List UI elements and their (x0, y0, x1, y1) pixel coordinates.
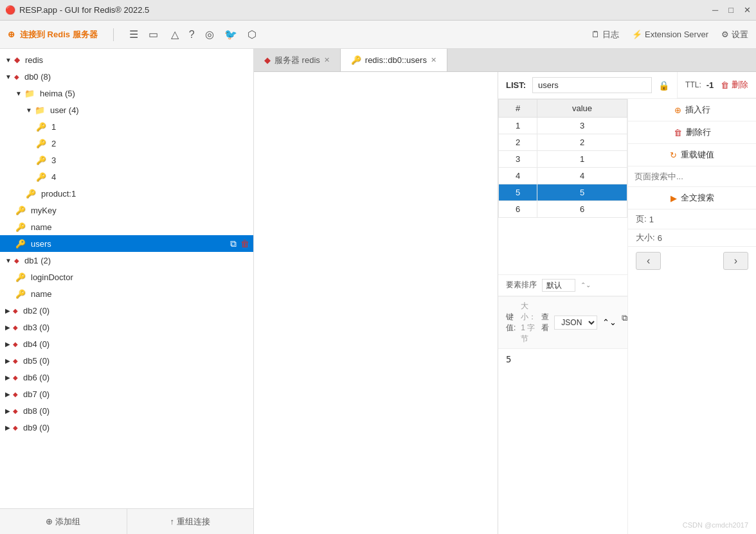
sidebar-item-key4[interactable]: 🔑4 (0, 168, 253, 185)
sidebar-item-db4[interactable]: ▶◆db4 (0) (0, 335, 253, 352)
watermark: CSDN @cmdch2017 (683, 521, 748, 529)
table-row[interactable]: 66 (499, 201, 627, 218)
help-icon[interactable]: ? (189, 29, 195, 40)
reload-icon: ↻ (670, 150, 677, 160)
insert-row-button[interactable]: ⊕ 插入行 (628, 99, 756, 121)
sidebar-item-loginDoctor[interactable]: 🔑loginDoctor (0, 269, 253, 285)
table-row[interactable]: 31 (499, 151, 627, 168)
extension-icon: ⚡ (632, 30, 642, 39)
sidebar-item-heima[interactable]: ▼📁heima (5) (0, 85, 253, 102)
app-icon: 🔴 (5, 5, 15, 15)
sidebar-item-name2[interactable]: 🔑name (0, 285, 253, 302)
sort-select[interactable]: 默认 (542, 279, 575, 292)
table-row[interactable]: 13 (499, 118, 627, 134)
insert-icon: ⊕ (674, 105, 681, 115)
log-button[interactable]: 🗒 日志 (591, 29, 619, 40)
layout-icon[interactable]: ▭ (148, 28, 158, 40)
sidebar-item-db2[interactable]: ▶◆db2 (0) (0, 302, 253, 319)
prev-page-button[interactable]: ‹ (636, 252, 661, 270)
key-name-input[interactable] (532, 77, 652, 93)
table-row[interactable]: 55 (499, 184, 627, 201)
tree-item-label: 1 (51, 122, 56, 132)
col-index-header: # (499, 100, 537, 118)
key-header-row: LIST: 🔒 TTL: -1 🗑 删除 (498, 72, 756, 99)
value-textarea[interactable]: 5 (498, 349, 627, 535)
key-header-left: LIST: 🔒 (498, 72, 677, 98)
menu-icon[interactable]: ☰ (129, 28, 138, 40)
close-button[interactable]: ✕ (744, 5, 751, 15)
tab-server[interactable]: ◆ 服务器 redis ✕ (254, 49, 341, 71)
github-icon[interactable]: ⬡ (248, 28, 256, 40)
tab-key-users[interactable]: 🔑 redis::db0::users ✕ (341, 49, 447, 71)
table-row[interactable]: 44 (499, 168, 627, 184)
page-label: 页: (636, 213, 647, 225)
chevron-icon: ▶ (5, 424, 10, 431)
key-type-badge: LIST: (506, 80, 526, 90)
key-icon: 🔑 (351, 55, 361, 65)
tree-item-label: user (4) (50, 105, 79, 115)
alert-icon[interactable]: △ (171, 28, 179, 40)
sidebar-item-db9[interactable]: ▶◆db9 (0) (0, 419, 253, 436)
sidebar-item-db6[interactable]: ▶◆db6 (0) (0, 369, 253, 386)
connect-button[interactable]: ⊕ 连接到 Redis 服务器 (8, 29, 98, 40)
next-page-button[interactable]: › (723, 252, 748, 270)
sidebar-item-db7[interactable]: ▶◆db7 (0) (0, 386, 253, 402)
tab-server-close[interactable]: ✕ (324, 56, 330, 64)
key-body: # value 132231445566 要素排序 (498, 99, 756, 534)
extension-server-button[interactable]: ⚡ Extension Server (632, 30, 708, 39)
chevron-icon: ▶ (5, 307, 10, 314)
sidebar-item-key2[interactable]: 🔑2 (0, 135, 253, 152)
tab-key-close[interactable]: ✕ (431, 56, 437, 64)
full-search-button[interactable]: ▶ 全文搜索 (628, 187, 756, 209)
reconnect-button[interactable]: ↑ 重组连接 (127, 509, 254, 534)
sidebar-item-key3[interactable]: 🔑3 (0, 152, 253, 168)
sidebar-item-db0[interactable]: ▼◆db0 (8) (0, 68, 253, 85)
tree-item-label: db9 (0) (23, 423, 50, 432)
delete-row-button[interactable]: 🗑 删除行 (628, 121, 756, 144)
twitter-icon[interactable]: 🐦 (224, 28, 237, 40)
titlebar-controls[interactable]: ─ □ ✕ (712, 5, 751, 15)
key-icon: 🔑 (26, 189, 36, 199)
sidebar-item-db5[interactable]: ▶◆db5 (0) (0, 352, 253, 369)
key-icon: 🔑 (36, 156, 46, 165)
sidebar-item-redis[interactable]: ▼◆redis (0, 51, 253, 68)
row-index: 3 (499, 151, 537, 168)
settings-button[interactable]: ⚙ 设置 (721, 29, 748, 40)
row-value: 3 (537, 118, 627, 134)
delete-key-icon[interactable]: 🗑 (240, 238, 249, 249)
view-select[interactable]: JSON Text (554, 316, 597, 330)
maximize-button[interactable]: □ (728, 5, 734, 15)
add-group-button[interactable]: ⊕ 添加组 (0, 509, 127, 534)
sidebar-item-db8[interactable]: ▶◆db8 (0) (0, 402, 253, 419)
minimize-button[interactable]: ─ (712, 5, 718, 15)
table-row[interactable]: 22 (499, 134, 627, 151)
chevron-icon: ▼ (26, 107, 32, 114)
chevron-icon: ▶ (5, 391, 10, 398)
sidebar-item-user[interactable]: ▼📁user (4) (0, 102, 253, 118)
toolbar-separator (113, 28, 114, 41)
delete-button[interactable]: 🗑 删除 (721, 79, 748, 91)
page-search-input[interactable] (628, 166, 756, 187)
page-info: 页: 1 (628, 209, 756, 229)
reload-label: 重载键值 (681, 149, 714, 161)
chevron-icon: ▶ (5, 341, 10, 348)
sidebar-item-product1[interactable]: 🔑product:1 (0, 185, 253, 202)
sidebar-item-db1[interactable]: ▼◆db1 (2) (0, 252, 253, 269)
sort-label: 要素排序 (506, 280, 537, 290)
sidebar-item-name[interactable]: 🔑name (0, 218, 253, 235)
copy-icon[interactable]: ⧉ (622, 313, 627, 332)
size-label: 大小: (636, 232, 655, 244)
chevron-icon: ▼ (15, 90, 22, 97)
page-value: 1 (649, 215, 654, 224)
copy-key-icon[interactable]: ⧉ (230, 238, 237, 249)
sidebar-footer: ⊕ 添加组 ↑ 重组连接 (0, 508, 253, 534)
key-icon: 🔑 (36, 172, 46, 182)
row-index: 4 (499, 168, 537, 184)
sidebar-item-users[interactable]: 🔑users ⧉ 🗑 (0, 235, 253, 252)
plus-icon: ⊕ (8, 30, 15, 39)
sidebar-item-db3[interactable]: ▶◆db3 (0) (0, 319, 253, 335)
target-icon[interactable]: ◎ (205, 28, 214, 40)
reload-button[interactable]: ↻ 重载键值 (628, 144, 756, 166)
sidebar-item-myKey[interactable]: 🔑myKey (0, 202, 253, 218)
sidebar-item-key1[interactable]: 🔑1 (0, 118, 253, 135)
